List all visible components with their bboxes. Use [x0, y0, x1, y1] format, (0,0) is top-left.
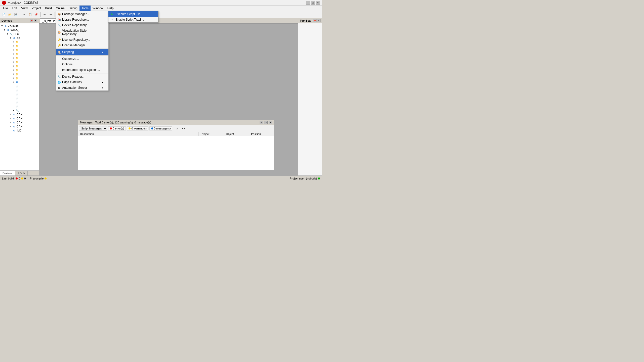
tree-item-cani3[interactable]: + ⚙ CANI	[0, 120, 39, 124]
menu-options[interactable]: Options...	[56, 62, 108, 67]
menu-window[interactable]: Window	[91, 6, 105, 11]
menu-scripting[interactable]: 📜 Scripting ▶	[56, 49, 108, 55]
menu-license-manager[interactable]: 🔑 License Manager...	[56, 42, 108, 48]
tree-item-doc6[interactable]: 📄	[0, 104, 39, 108]
error-filter-btn[interactable]: 0 error(s)	[108, 126, 126, 130]
col-position: Position	[249, 132, 274, 136]
options-icon	[57, 62, 61, 66]
tree-item-doc4[interactable]: 📄	[0, 96, 39, 100]
tree-item-ap[interactable]: ▼ ⚙ Ap	[0, 36, 39, 40]
menu-view[interactable]: View	[19, 6, 30, 11]
tree-item-cani1[interactable]: + ⚙ CANI	[0, 112, 39, 116]
new-btn[interactable]: 📄	[1, 12, 7, 17]
messages-expand-btn[interactable]: □	[264, 121, 268, 124]
menu-execute-script[interactable]: ▶ Execute Script File...	[108, 11, 158, 17]
expand-icon: +	[12, 49, 15, 51]
undo-btn[interactable]: ↩	[42, 12, 47, 17]
menu-automation-server[interactable]: 🖥 Automation Server ▶	[56, 85, 108, 90]
menu-online[interactable]: Online	[54, 6, 67, 11]
menu-help[interactable]: Help	[105, 6, 116, 11]
tree-item-hw[interactable]: ▼ 🔧	[0, 108, 39, 112]
user-section: Project user: (nobody)	[290, 177, 320, 180]
warning-filter-btn[interactable]: 0 warning(s)	[127, 126, 148, 130]
open-btn[interactable]: 📂	[7, 12, 13, 17]
menu-tools[interactable]: Tools	[79, 6, 91, 11]
menu-library-repo[interactable]: 📚 Library Repository...	[56, 17, 108, 22]
toolbox-panel: ToolBox 📌 ✕	[298, 18, 322, 175]
menu-build[interactable]: Build	[43, 6, 54, 11]
menu-enable-tracing[interactable]: ✓ Enable Script Tracing	[108, 17, 158, 22]
tree-item-doc2[interactable]: 📄	[0, 88, 39, 92]
devices-close-btn[interactable]: ✕	[34, 19, 37, 22]
tree-item-folder5[interactable]: + 📁	[0, 56, 39, 60]
menu-debug[interactable]: Debug	[67, 6, 79, 11]
scripting-submenu: ▶ Execute Script File... ✓ Enable Script…	[108, 11, 158, 23]
tree-item-folder1[interactable]: + 📁	[0, 40, 39, 44]
save-btn[interactable]: 💾	[13, 12, 19, 17]
tree-item-doc1[interactable]: 📄	[0, 84, 39, 88]
folder-icon: 📁	[15, 76, 19, 80]
tree-item-wika[interactable]: ▼ ⚙ WIKA_	[0, 28, 39, 32]
messages-toolbar: Script Messages 0 error(s) 0 warning(s) …	[78, 125, 274, 132]
customize-icon	[57, 57, 61, 61]
tree-item-folder2[interactable]: + 📁	[0, 44, 39, 48]
messages-close-btn[interactable]: ✕	[269, 121, 272, 124]
warning-dot	[129, 127, 131, 129]
devices-label: Devices	[2, 19, 12, 22]
vis-icon: 🎨	[57, 30, 61, 34]
tree-item-plc[interactable]: ▼ 🔧 PLC	[0, 32, 39, 36]
tree-item-folder3[interactable]: + 📁	[0, 48, 39, 52]
tree-item-imc[interactable]: ⚙ IMC_	[0, 128, 39, 132]
paste-btn[interactable]: 📌	[33, 12, 39, 17]
message-count: 0 message(s)	[154, 127, 171, 130]
tree-item-cani2[interactable]: + ⚙ CANI	[0, 116, 39, 120]
menu-edge-gateway[interactable]: 🌐 Edge Gateway ▶	[56, 79, 108, 85]
sep1	[20, 12, 20, 17]
clear-all-btn[interactable]: ✕✕	[181, 126, 186, 131]
copy-btn[interactable]: 📋	[27, 12, 33, 17]
tree-item-folder4[interactable]: + 📁	[0, 52, 39, 56]
folder-icon: 📁	[15, 64, 19, 68]
tree-item-doc3[interactable]: 📄	[0, 92, 39, 96]
redo-btn[interactable]: ↪	[48, 12, 53, 17]
menu-import-export[interactable]: Import and Export Options...	[56, 67, 108, 73]
cut-btn[interactable]: ✂	[21, 12, 27, 17]
toolbox-pin-btn[interactable]: 📌	[313, 19, 316, 22]
tab-pous[interactable]: POUs	[15, 171, 28, 175]
menu-license-repo[interactable]: 🔑 License Repository...	[56, 37, 108, 42]
menu-edit[interactable]: Edit	[10, 6, 19, 11]
tab-devices[interactable]: Devices	[0, 171, 15, 175]
import-export-icon	[57, 68, 61, 72]
toolbox-close-btn[interactable]: ✕	[317, 19, 320, 22]
menu-device-reader[interactable]: 🔧 Device Reader...	[56, 74, 108, 79]
menu-file[interactable]: File	[1, 6, 10, 11]
minimize-button[interactable]: ─	[306, 1, 310, 5]
close-button[interactable]: ✕	[316, 1, 320, 5]
tree-label: IMC_	[17, 129, 23, 132]
error-count: 0 error(s)	[113, 127, 124, 130]
devices-pin-btn[interactable]: 📌	[30, 19, 33, 22]
menu-project[interactable]: Project	[30, 6, 43, 11]
tree-item-folder7[interactable]: + 📁	[0, 64, 39, 68]
messages-collapse-btn[interactable]: ─	[260, 121, 263, 124]
tree-item-folder10[interactable]: + 📁	[0, 76, 39, 80]
message-dot	[151, 127, 153, 129]
expand-icon: +	[12, 45, 15, 47]
menu-customize[interactable]: Customize...	[56, 56, 108, 62]
tree-item-cani4[interactable]: + ⚙ CANI	[0, 124, 39, 128]
tree-item-zat6000[interactable]: ▼ ⚙ ZAT6000	[0, 24, 39, 28]
tree-item-folder8[interactable]: + 📁	[0, 68, 39, 72]
devices-panel-header: Devices 📌 ✕	[0, 18, 39, 23]
message-filter-btn[interactable]: 0 message(s)	[149, 126, 173, 130]
tree-item-folder9[interactable]: + 📁	[0, 72, 39, 76]
menu-device-repo[interactable]: 🔧 Device Repository...	[56, 22, 108, 28]
tree-item-folder6[interactable]: + 📁	[0, 60, 39, 64]
maximize-button[interactable]: □	[311, 1, 315, 5]
menu-vis-style-repo[interactable]: 🎨 Visualization Style Repository...	[56, 28, 108, 37]
expand-icon: +	[12, 73, 15, 75]
tree-item-doc5[interactable]: 📄	[0, 100, 39, 104]
tree-item-hmi[interactable]: + 🖥	[0, 80, 39, 84]
clear-filter-btn[interactable]: ✕	[174, 126, 180, 131]
filter-dropdown[interactable]: Script Messages	[79, 126, 107, 131]
menu-package-manager[interactable]: 📦 Package Manager...	[56, 11, 108, 17]
